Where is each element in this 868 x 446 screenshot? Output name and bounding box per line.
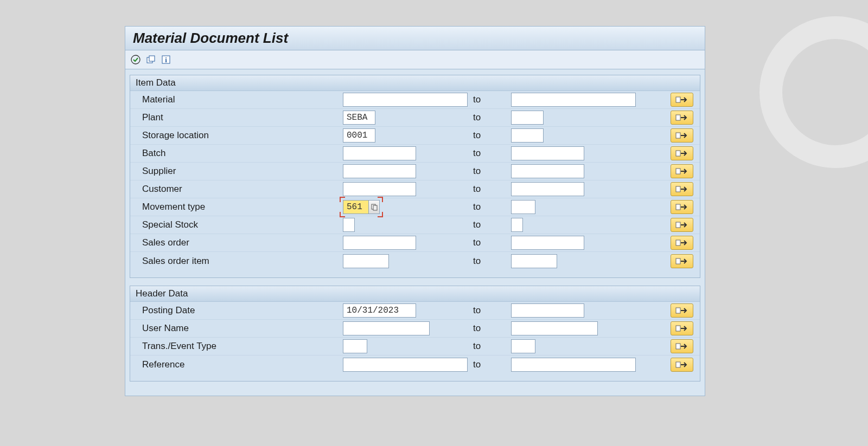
multiple-selection-icon: [675, 131, 688, 140]
multiple-selection-button[interactable]: [671, 146, 693, 160]
to-input[interactable]: [511, 303, 584, 318]
multiple-selection-button[interactable]: [671, 358, 693, 372]
multiple-selection-button[interactable]: [671, 321, 693, 335]
selection-row: Materialto: [130, 91, 700, 109]
from-input[interactable]: [343, 93, 468, 107]
multiple-selection-button[interactable]: [671, 93, 693, 107]
to-label: to: [473, 256, 511, 267]
info-button[interactable]: i: [160, 54, 172, 66]
to-input[interactable]: [511, 164, 584, 178]
multiple-selection-button[interactable]: [671, 200, 693, 214]
from-input[interactable]: [343, 303, 416, 318]
field-label: Supplier: [142, 166, 343, 177]
multiple-selection-icon: [675, 203, 688, 211]
group-header: Item Data: [130, 75, 700, 91]
multiple-selection-button[interactable]: [671, 111, 693, 125]
f4-help-button[interactable]: [369, 200, 380, 214]
svg-rect-5: [676, 97, 680, 102]
to-input[interactable]: [511, 182, 584, 196]
field-label: Plant: [142, 112, 343, 123]
field-label: Special Stock: [142, 219, 343, 230]
multiple-selection-button[interactable]: [671, 236, 693, 250]
from-input[interactable]: [343, 128, 375, 143]
selection-row: Special Stockto: [130, 216, 700, 234]
selection-row: Customerto: [130, 180, 700, 198]
from-input[interactable]: [343, 358, 468, 372]
selection-row: Sales orderto: [130, 234, 700, 252]
from-input[interactable]: [343, 236, 416, 250]
selection-row: User Nameto: [130, 320, 700, 338]
to-cell: [511, 236, 641, 250]
from-input[interactable]: [343, 164, 416, 178]
from-input[interactable]: [343, 321, 430, 335]
field-label: Movement type: [142, 202, 343, 212]
group-header: Header DataPosting DatetoUser NametoTran…: [130, 286, 700, 382]
to-input[interactable]: [511, 128, 544, 143]
svg-rect-20: [676, 362, 680, 367]
selection-row: Supplierto: [130, 163, 700, 180]
field-label: Posting Date: [142, 305, 343, 316]
svg-rect-16: [676, 258, 680, 264]
multiple-selection-button[interactable]: [671, 128, 693, 143]
multiple-selection-button[interactable]: [671, 218, 693, 232]
to-input[interactable]: [511, 339, 535, 353]
to-input[interactable]: [511, 236, 584, 250]
from-input[interactable]: [343, 200, 369, 214]
multiple-selection-icon: [675, 306, 688, 315]
to-cell: [511, 182, 641, 196]
from-cell: [343, 146, 473, 160]
multiple-selection-icon: [675, 167, 688, 176]
multi-cell: [671, 236, 693, 250]
multiple-selection-button[interactable]: [671, 182, 693, 196]
multi-cell: [671, 358, 693, 372]
from-cell: [343, 358, 473, 372]
from-input[interactable]: [343, 146, 416, 160]
from-cell: [343, 303, 473, 318]
to-input[interactable]: [511, 358, 636, 372]
multi-cell: [671, 303, 693, 318]
multiple-selection-button[interactable]: [671, 303, 693, 318]
multi-cell: [671, 111, 693, 125]
to-cell: [511, 164, 641, 178]
to-label: to: [473, 359, 511, 370]
multiple-selection-button[interactable]: [671, 339, 693, 353]
from-input[interactable]: [343, 182, 416, 196]
to-input[interactable]: [511, 254, 557, 268]
to-cell: [511, 254, 641, 268]
to-input[interactable]: [511, 321, 598, 335]
from-input[interactable]: [343, 254, 389, 268]
to-input[interactable]: [511, 200, 535, 214]
to-cell: [511, 339, 641, 353]
from-input[interactable]: [343, 111, 375, 125]
multiple-selection-button[interactable]: [671, 164, 693, 178]
field-label: Batch: [142, 148, 343, 159]
from-cell: [343, 218, 473, 232]
multi-cell: [671, 339, 693, 353]
svg-rect-18: [676, 326, 680, 331]
to-cell: [511, 200, 641, 214]
multiple-selection-button[interactable]: [671, 254, 693, 268]
to-cell: [511, 146, 641, 160]
variants-button[interactable]: [145, 54, 157, 66]
multiple-selection-icon: [675, 324, 688, 333]
svg-rect-8: [676, 151, 680, 156]
from-cell: [343, 164, 473, 178]
execute-button[interactable]: [130, 54, 142, 66]
to-input[interactable]: [511, 218, 523, 232]
from-input[interactable]: [343, 218, 355, 232]
to-label: to: [473, 112, 511, 123]
to-label: to: [473, 323, 511, 334]
svg-rect-12: [373, 205, 377, 210]
svg-rect-2: [149, 56, 155, 61]
multi-cell: [671, 321, 693, 335]
to-input[interactable]: [511, 146, 584, 160]
group-item: Item DataMaterialtoPlanttoStorage locati…: [130, 75, 700, 278]
from-input[interactable]: [343, 339, 367, 353]
to-label: to: [473, 341, 511, 352]
to-input[interactable]: [511, 111, 544, 125]
to-input[interactable]: [511, 93, 636, 107]
from-cell: [343, 111, 473, 125]
selection-row: Storage locationto: [130, 127, 700, 145]
to-cell: [511, 303, 641, 318]
multiple-selection-icon: [675, 342, 688, 351]
